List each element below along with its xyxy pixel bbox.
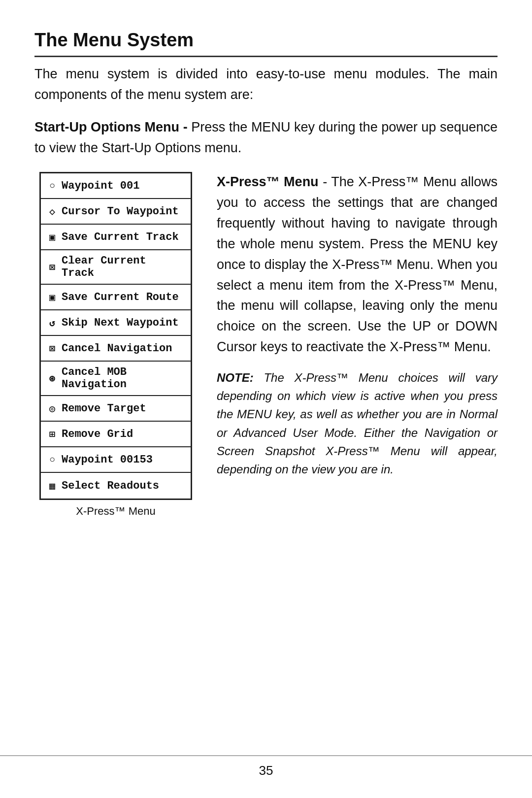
menu-item-label: Remove Target: [62, 402, 146, 415]
menu-item[interactable]: ⊠Cancel Navigation: [41, 336, 191, 362]
xpress-heading: X-Press™ Menu: [217, 174, 319, 189]
menu-item[interactable]: ⊞Remove Grid: [41, 422, 191, 447]
menu-item-label: Waypoint 00153: [62, 454, 153, 466]
menu-item-icon: ⊠: [47, 261, 58, 273]
menu-item-label: Waypoint 001: [62, 180, 139, 192]
menu-item-label: Select Readouts: [62, 480, 159, 492]
menu-item[interactable]: ▣Save Current Route: [41, 285, 191, 310]
right-panel: X-Press™ Menu - The X-Press™ Menu allows…: [217, 172, 498, 478]
menu-item-icon: ⊠: [47, 342, 58, 355]
menu-item-label: Cancel Navigation: [62, 342, 172, 355]
menu-item-icon: ▣: [47, 291, 58, 303]
menu-box: ○Waypoint 001◇Cursor To Waypoint▣Save Cu…: [39, 172, 192, 500]
left-panel: ○Waypoint 001◇Cursor To Waypoint▣Save Cu…: [34, 172, 197, 518]
intro-paragraph: The menu system is divided into easy-to-…: [34, 64, 498, 105]
menu-item-icon: ○: [47, 454, 58, 466]
menu-item-label: Cursor To Waypoint: [62, 205, 179, 218]
menu-item-icon: ↺: [47, 317, 58, 329]
menu-item[interactable]: ▦Select Readouts: [41, 473, 191, 499]
menu-item[interactable]: ◎Remove Target: [41, 396, 191, 422]
menu-item-icon: ▦: [47, 480, 58, 492]
menu-item[interactable]: ◇Cursor To Waypoint: [41, 199, 191, 225]
note-body: The X-Press™ Menu choices will vary depe…: [217, 371, 498, 476]
menu-item-label: Cancel MOB Navigation: [62, 366, 185, 391]
startup-paragraph: Start-Up Options Menu - Press the MENU k…: [34, 117, 498, 159]
startup-label: Start-Up Options Menu -: [34, 120, 188, 134]
menu-item[interactable]: ⊠Clear Current Track: [41, 250, 191, 285]
menu-item-icon: ◇: [47, 205, 58, 218]
menu-item-icon: ⊞: [47, 428, 58, 440]
menu-item[interactable]: ○Waypoint 00153: [41, 447, 191, 473]
page-number: 35: [259, 763, 273, 778]
menu-item-label: Clear Current Track: [62, 255, 185, 279]
xpress-description: X-Press™ Menu - The X-Press™ Menu allows…: [217, 172, 498, 358]
menu-item-label: Save Current Track: [62, 231, 179, 243]
menu-item-icon: ▣: [47, 231, 58, 243]
menu-item[interactable]: ↺Skip Next Waypoint: [41, 310, 191, 336]
note-label: NOTE:: [217, 371, 254, 384]
menu-item[interactable]: ▣Save Current Track: [41, 225, 191, 250]
menu-item-label: Skip Next Waypoint: [62, 317, 179, 329]
menu-item-icon: ○: [47, 180, 58, 192]
page-footer: 35: [0, 755, 532, 778]
menu-item-icon: ⊛: [47, 372, 58, 385]
menu-item-icon: ◎: [47, 402, 58, 415]
menu-item[interactable]: ○Waypoint 001: [41, 173, 191, 199]
menu-caption: X-Press™ Menu: [76, 505, 155, 518]
page-title: The Menu System: [34, 30, 498, 57]
menu-item[interactable]: ⊛Cancel MOB Navigation: [41, 362, 191, 396]
note-paragraph: NOTE: The X-Press™ Menu choices will var…: [217, 368, 498, 478]
menu-item-label: Remove Grid: [62, 428, 133, 440]
xpress-body: - The X-Press™ Menu allows you to access…: [217, 174, 498, 354]
content-area: ○Waypoint 001◇Cursor To Waypoint▣Save Cu…: [34, 172, 498, 518]
menu-item-label: Save Current Route: [62, 291, 179, 303]
